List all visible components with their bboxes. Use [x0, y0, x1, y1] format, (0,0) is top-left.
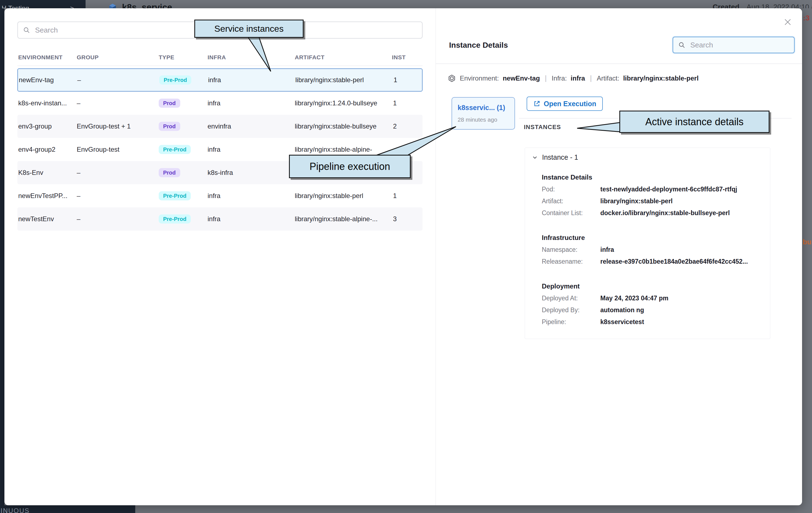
cell-inst: 3	[393, 215, 397, 223]
field-value: May 24, 2023 04:47 pm	[600, 295, 668, 302]
detail-field: Deployed At:May 24, 2023 04:47 pm	[542, 295, 770, 302]
field-label: Deployed By:	[542, 306, 600, 314]
detail-field: Pod:test-newlyadded-deployment-6cc9ffdc8…	[542, 186, 770, 193]
cell-group: –	[77, 76, 81, 84]
detail-field: Pipeline:k8sservicetest	[542, 318, 770, 326]
instance-accordion-header[interactable]: Instance - 1	[531, 153, 770, 161]
field-label: Pod:	[542, 186, 600, 193]
detail-field: Artifact:library/nginx:stable-perl	[542, 198, 770, 205]
detail-field: Container List:docker.io/library/nginx:s…	[542, 209, 770, 217]
field-label: Namespace:	[542, 246, 600, 253]
sidebar-sliver	[0, 8, 4, 505]
instance-card: Instance - 1 Instance DetailsPod:test-ne…	[525, 148, 770, 339]
edge-text-fragment: bu	[803, 238, 811, 246]
env-type-badge: Prod	[159, 168, 180, 177]
instances-section-label: INSTANCES	[524, 124, 561, 131]
cell-environment: k8s-env-instan...	[18, 99, 67, 107]
cell-infra: infra	[208, 76, 221, 84]
cell-artifact: library/nginx:stable-perl	[295, 192, 363, 200]
table-row[interactable]: newEnvTestPP...–Pre-Prodinfralibrary/ngi…	[18, 184, 423, 207]
column-header: INFRA	[208, 54, 226, 61]
details-search-input[interactable]	[690, 40, 789, 50]
details-search-input-wrap[interactable]	[673, 37, 794, 53]
column-header: ARTIFACT	[295, 54, 325, 61]
cell-artifact: library/nginx:stable-alpine-	[295, 146, 372, 153]
cell-environment: env4-group2	[18, 146, 56, 153]
infra-label: Infra:	[552, 74, 567, 82]
cell-artifact: library/nginx:1.24.0-bullseye	[295, 99, 377, 107]
table-row[interactable]: k8s-env-instan...–Prodinfralibrary/nginx…	[18, 92, 423, 115]
cell-group: –	[77, 215, 80, 223]
field-value: docker.io/library/nginx:stable-bullseye-…	[600, 209, 730, 217]
cell-group: –	[77, 192, 80, 200]
cell-infra: infra	[208, 215, 221, 223]
section-heading: Instance Details	[542, 174, 770, 181]
field-value: release-e397c0b1bee184a0e2bae64f6fe42cc4…	[600, 258, 748, 265]
table-row[interactable]: newEnv-tag–Pre-Prodinfralibrary/nginx:st…	[18, 68, 423, 92]
open-execution-button[interactable]: Open Execution	[527, 96, 603, 111]
infra-value: infra	[571, 74, 585, 82]
cell-type: Prod	[159, 122, 180, 131]
env-type-badge: Prod	[159, 122, 180, 131]
env-type-badge: Pre-Prod	[159, 215, 191, 224]
cell-infra: infra	[208, 192, 221, 200]
cell-inst: 2	[393, 122, 397, 130]
env-type-badge: Prod	[159, 99, 180, 108]
close-icon[interactable]	[782, 16, 794, 28]
table-row[interactable]: newTestEnv–Pre-Prodinfralibrary/nginx:st…	[18, 207, 423, 231]
cell-type: Pre-Prod	[159, 191, 191, 201]
table-row[interactable]: env3-groupEnvGroup-test + 1Prodenvinfral…	[18, 115, 423, 138]
env-type-badge: Pre-Prod	[159, 76, 191, 85]
instance-details-modal: ENVIRONMENTGROUPTYPEINFRAARTIFACTINST ne…	[4, 8, 802, 505]
instance-sections: Instance DetailsPod:test-newlyadded-depl…	[525, 174, 770, 326]
sidebar-fragment-bottom: INUOUS	[0, 505, 135, 513]
search-icon	[23, 27, 30, 34]
field-value: infra	[600, 246, 614, 253]
cell-inst: 1	[393, 192, 397, 200]
field-value: library/nginx:stable-perl	[600, 198, 673, 205]
environment-value: newEnv-tag	[502, 74, 540, 82]
cell-type: Pre-Prod	[159, 215, 191, 224]
field-label: Releasename:	[542, 258, 600, 265]
cell-environment: newEnvTestPP...	[18, 192, 67, 200]
pipeline-execution-card[interactable]: k8sservic... (1) 28 minutes ago	[452, 97, 515, 130]
env-type-badge: Pre-Prod	[159, 191, 191, 201]
cell-group: –	[77, 169, 80, 177]
cell-group: –	[77, 99, 80, 107]
cell-group: EnvGroup-test + 1	[77, 122, 130, 130]
column-header: INST	[392, 54, 406, 61]
table-header-divider	[18, 66, 423, 66]
callout-active-instance-details: Active instance details	[619, 111, 770, 133]
callout-pipeline-execution: Pipeline execution	[289, 155, 411, 178]
cell-infra: infra	[208, 99, 221, 107]
environment-label: Environment:	[460, 74, 499, 82]
column-header: GROUP	[77, 54, 99, 61]
edge-text-fragment: :3	[803, 14, 810, 22]
external-link-icon	[533, 100, 541, 107]
field-label: Deployed At:	[542, 295, 600, 302]
cell-infra: envinfra	[208, 122, 231, 130]
cell-artifact: library/nginx:stable-alpine-...	[295, 215, 378, 223]
execution-name: k8sservic... (1)	[458, 104, 505, 112]
callout-service-instances: Service instances	[194, 20, 303, 38]
field-value: automation ng	[600, 306, 644, 314]
sidebar-project-label: H Testing	[2, 4, 29, 8]
artifact-value: library/nginx:stable-perl	[623, 74, 699, 82]
cell-infra: infra	[208, 146, 221, 153]
bottom-overlay-strip	[135, 505, 812, 513]
cell-group: EnvGroup-test	[77, 146, 119, 153]
cell-type: Prod	[159, 99, 180, 108]
column-header: ENVIRONMENT	[18, 54, 63, 61]
cell-type: Pre-Prod	[159, 145, 191, 154]
chevron-down-icon	[531, 154, 538, 161]
cell-environment: newEnv-tag	[19, 76, 54, 84]
environment-hexagon-icon	[448, 74, 456, 83]
detail-field: Releasename:release-e397c0b1bee184a0e2ba…	[542, 258, 770, 265]
cell-artifact: library/nginx:stable-bullseye	[295, 122, 376, 130]
cell-type: Pre-Prod	[159, 76, 191, 85]
detail-field: Deployed By:automation ng	[542, 306, 770, 314]
page-header-fragment: k8s_service CreatedAug 18, 2022 04:10 am	[86, 0, 812, 8]
field-label: Artifact:	[542, 198, 600, 205]
cell-type: Prod	[159, 168, 180, 177]
cell-inst: 1	[394, 76, 397, 84]
